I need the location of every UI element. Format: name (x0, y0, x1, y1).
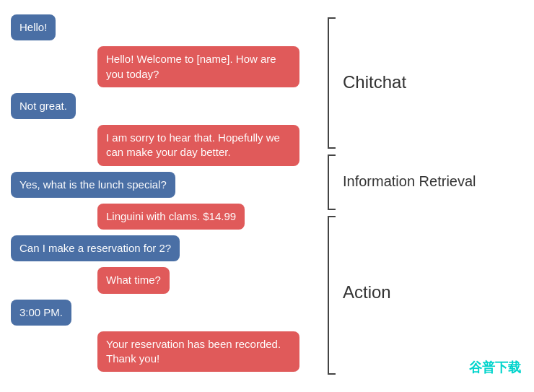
message-10: Your reservation has been recorded. Than… (97, 331, 299, 373)
main-container: Hello!Hello! Welcome to [name]. How are … (0, 0, 534, 392)
info-retrieval-label: Information Retrieval (343, 173, 476, 189)
message-2: Hello! Welcome to [name]. How are you to… (97, 46, 299, 87)
brackets-svg: Chitchat Information Retrieval Action (318, 7, 534, 383)
message-5: Yes, what is the lunch special? (11, 172, 175, 198)
action-label: Action (343, 282, 391, 302)
message-1: Hello! (11, 14, 56, 40)
message-9: 3:00 PM. (11, 300, 71, 326)
chat-area: Hello!Hello! Welcome to [name]. How are … (0, 7, 310, 385)
message-7: Can I make a reservation for 2? (11, 235, 180, 261)
right-panel: Chitchat Information Retrieval Action 谷普… (310, 7, 534, 385)
message-3: Not great. (11, 93, 76, 119)
chitchat-label: Chitchat (343, 72, 406, 92)
message-6: Linguini with clams. $14.99 (97, 204, 245, 230)
message-8: What time? (97, 267, 170, 293)
watermark: 谷普下载 (469, 359, 521, 376)
message-4: I am sorry to hear that. Hopefully we ca… (97, 125, 299, 166)
